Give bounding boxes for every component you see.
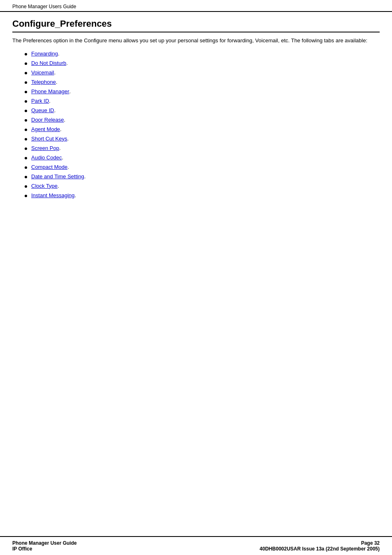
list-item: Voicemail. [25,69,380,76]
bullet-suffix: . [62,154,63,161]
list-item: Phone Manager. [25,88,380,94]
bullet-link-forwarding[interactable]: Forwarding [31,51,58,57]
bullet-dot-icon [25,138,27,140]
bullet-suffix: . [64,117,66,123]
bullet-link-park-id[interactable]: Park ID [31,98,49,104]
bullet-link-phone-manager[interactable]: Phone Manager [31,88,69,94]
bullet-suffix: . [54,69,56,76]
bullet-suffix: . [67,136,69,142]
bullet-dot-icon [25,81,27,84]
bullet-suffix: . [58,183,59,189]
list-item: Instant Messaging. [25,192,380,198]
list-item: Date and Time Setting. [25,173,380,180]
bullet-dot-icon [25,62,27,65]
bullet-suffix: . [60,126,62,132]
footer-issue-info: 40DHB0002USAR Issue 13a (22nd September … [260,546,380,552]
bullet-link-do-not-disturb[interactable]: Do Not Disturb [31,60,66,66]
list-item: Park ID. [25,98,380,104]
breadcrumb: Phone Manager Users Guide [12,4,76,9]
bullet-dot-icon [25,53,27,55]
bullet-suffix: . [56,79,58,85]
list-item: Screen Pop. [25,145,380,151]
bullet-dot-icon [25,185,27,188]
list-item: Do Not Disturb. [25,60,380,66]
bullet-dot-icon [25,176,27,178]
bullet-link-door-release[interactable]: Door Release [31,117,64,123]
main-content: Configure_Preferences The Preferences op… [0,12,392,536]
footer-left: Phone Manager User Guide IP Office [12,540,77,552]
bullet-suffix: . [58,51,60,57]
bullet-dot-icon [25,129,27,131]
list-item: Queue ID. [25,107,380,113]
list-item: Compact Mode. [25,164,380,170]
bullet-link-instant-messaging[interactable]: Instant Messaging [31,192,75,198]
intro-text: The Preferences option in the Configure … [12,37,380,45]
bullet-link-audio-codec[interactable]: Audio Codec [31,154,62,161]
bullet-suffix: . [69,88,71,94]
page-container: Phone Manager Users Guide Configure_Pref… [0,0,392,555]
list-item: Short Cut Keys. [25,136,380,142]
bullet-suffix: . [75,192,76,198]
bullet-link-queue-id[interactable]: Queue ID [31,107,54,113]
bullet-suffix: . [84,173,86,180]
bullet-dot-icon [25,166,27,169]
footer-page-number: Page 32 [361,540,380,546]
bullet-dot-icon [25,119,27,122]
bullet-link-compact-mode[interactable]: Compact Mode [31,164,67,170]
bullet-link-voicemail[interactable]: Voicemail [31,69,54,76]
list-item: Door Release. [25,117,380,123]
list-item: Telephone. [25,79,380,85]
bullet-link-agent-mode[interactable]: Agent Mode [31,126,60,132]
list-item: Forwarding. [25,51,380,57]
bullet-dot-icon [25,72,27,74]
bullet-link-screen-pop[interactable]: Screen Pop [31,145,59,151]
footer-right: Page 32 40DHB0002USAR Issue 13a (22nd Se… [260,540,380,552]
bullet-dot-icon [25,195,27,197]
top-header: Phone Manager Users Guide [0,0,392,12]
bullet-suffix: . [59,145,61,151]
bullet-link-short-cut-keys[interactable]: Short Cut Keys [31,136,67,142]
page-title: Configure_Preferences [12,18,380,32]
bullet-suffix: . [67,164,69,170]
bullet-link-date-and-time-setting[interactable]: Date and Time Setting [31,173,84,180]
bullet-suffix: . [49,98,51,104]
bullet-dot-icon [25,91,27,93]
bullet-suffix: . [54,107,56,113]
list-item: Clock Type. [25,183,380,189]
list-item: Audio Codec. [25,154,380,161]
bullet-dot-icon [25,147,27,150]
footer-company-name: IP Office [12,546,77,552]
bullet-dot-icon [25,110,27,112]
page-footer: Phone Manager User Guide IP Office Page … [0,536,392,555]
footer-product-name: Phone Manager User Guide [12,540,77,546]
bullet-dot-icon [25,100,27,103]
list-item: Agent Mode. [25,126,380,132]
bullet-dot-icon [25,157,27,159]
bullet-suffix: . [66,60,68,66]
bullet-link-telephone[interactable]: Telephone [31,79,56,85]
bullet-link-clock-type[interactable]: Clock Type [31,183,58,189]
bullet-list: Forwarding.Do Not Disturb.Voicemail.Tele… [25,51,380,198]
